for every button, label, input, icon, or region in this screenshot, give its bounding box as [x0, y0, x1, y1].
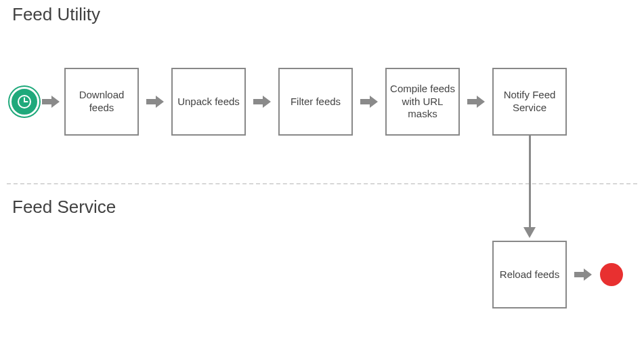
svg-marker-9 — [574, 268, 592, 281]
step-compile-feeds: Compile feeds with URL masks — [385, 68, 460, 136]
step-label: Notify Feed Service — [496, 89, 563, 115]
step-label: Download feeds — [68, 89, 135, 115]
step-unpack-feeds: Unpack feeds — [171, 68, 246, 136]
step-reload-feeds: Reload feeds — [492, 241, 567, 308]
svg-marker-5 — [253, 96, 271, 108]
step-label: Filter feeds — [291, 96, 341, 108]
step-download-feeds: Download feeds — [64, 68, 139, 136]
arrow-down-line — [529, 136, 531, 229]
arrow-right-icon — [253, 96, 271, 108]
arrow-right-icon — [467, 96, 485, 108]
step-filter-feeds: Filter feeds — [278, 68, 353, 136]
svg-marker-7 — [467, 96, 485, 108]
diagram-canvas: Feed Utility Feed Service Download feeds… — [0, 0, 644, 339]
clock-icon — [9, 87, 39, 117]
arrow-down-icon — [523, 227, 536, 241]
step-label: Reload feeds — [500, 268, 559, 281]
section-divider — [7, 183, 637, 184]
step-notify-feed-service: Notify Feed Service — [492, 68, 567, 136]
arrow-right-icon — [360, 96, 378, 108]
section-title-top: Feed Utility — [12, 4, 100, 25]
svg-marker-4 — [146, 96, 164, 108]
end-dot-icon — [600, 263, 623, 286]
arrow-right-icon — [42, 96, 60, 108]
step-label: Unpack feeds — [177, 96, 240, 108]
svg-marker-6 — [360, 96, 378, 108]
svg-marker-8 — [523, 227, 536, 238]
svg-marker-3 — [42, 96, 60, 108]
section-title-bottom: Feed Service — [12, 197, 116, 218]
arrow-right-icon — [574, 268, 592, 281]
step-label: Compile feeds with URL masks — [389, 83, 456, 121]
arrow-right-icon — [146, 96, 164, 108]
